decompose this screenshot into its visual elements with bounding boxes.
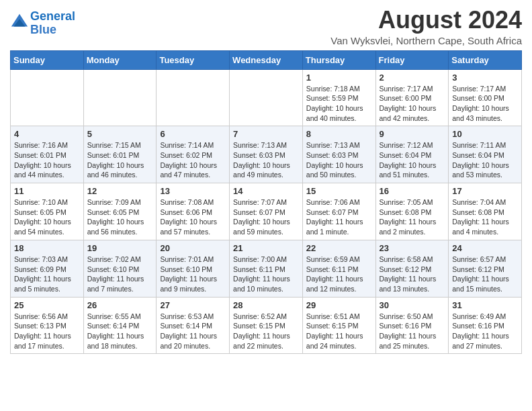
calendar-cell xyxy=(230,69,303,126)
calendar-cell xyxy=(157,69,230,126)
day-info: Sunrise: 7:08 AMSunset: 6:06 PMDaylight:… xyxy=(160,197,226,237)
day-number: 7 xyxy=(233,129,299,139)
day-number: 27 xyxy=(160,300,226,310)
calendar-cell: 31Sunrise: 6:49 AMSunset: 6:16 PMDayligh… xyxy=(449,297,522,354)
day-number: 14 xyxy=(233,186,299,196)
day-number: 21 xyxy=(233,243,299,253)
calendar-cell: 15Sunrise: 7:06 AMSunset: 6:07 PMDayligh… xyxy=(302,183,375,240)
day-info: Sunrise: 7:11 AMSunset: 6:04 PMDaylight:… xyxy=(452,140,518,180)
weekday-header-saturday: Saturday xyxy=(449,50,522,69)
day-info: Sunrise: 7:00 AMSunset: 6:11 PMDaylight:… xyxy=(233,255,299,294)
day-number: 23 xyxy=(380,243,445,253)
weekday-header-tuesday: Tuesday xyxy=(157,50,230,69)
day-info: Sunrise: 7:16 AMSunset: 6:01 PMDaylight:… xyxy=(14,140,80,180)
weekday-header-monday: Monday xyxy=(83,50,157,69)
day-number: 24 xyxy=(452,243,518,253)
calendar-cell: 24Sunrise: 6:57 AMSunset: 6:12 PMDayligh… xyxy=(449,240,522,297)
day-info: Sunrise: 6:50 AMSunset: 6:16 PMDaylight:… xyxy=(380,312,445,351)
calendar-cell: 29Sunrise: 6:51 AMSunset: 6:15 PMDayligh… xyxy=(302,297,375,354)
calendar-cell: 26Sunrise: 6:55 AMSunset: 6:14 PMDayligh… xyxy=(83,297,157,354)
weekday-header-sunday: Sunday xyxy=(11,50,84,69)
calendar-cell: 20Sunrise: 7:01 AMSunset: 6:10 PMDayligh… xyxy=(157,240,230,297)
calendar-cell: 3Sunrise: 7:17 AMSunset: 6:00 PMDaylight… xyxy=(449,69,522,126)
day-info: Sunrise: 7:06 AMSunset: 6:07 PMDaylight:… xyxy=(306,197,372,237)
day-number: 13 xyxy=(160,186,226,196)
day-number: 2 xyxy=(380,73,445,83)
page-header: General Blue August 2024 Van Wyksvlei, N… xyxy=(10,7,522,46)
calendar-cell xyxy=(11,69,84,126)
calendar-cell: 1Sunrise: 7:18 AMSunset: 5:59 PMDaylight… xyxy=(302,69,375,126)
day-info: Sunrise: 6:59 AMSunset: 6:11 PMDaylight:… xyxy=(306,255,372,294)
day-number: 25 xyxy=(14,300,80,310)
day-number: 20 xyxy=(160,243,226,253)
day-info: Sunrise: 6:58 AMSunset: 6:12 PMDaylight:… xyxy=(380,255,445,294)
logo: General Blue xyxy=(10,10,75,37)
calendar-cell: 19Sunrise: 7:02 AMSunset: 6:10 PMDayligh… xyxy=(83,240,157,297)
day-info: Sunrise: 6:57 AMSunset: 6:12 PMDaylight:… xyxy=(452,255,518,294)
day-info: Sunrise: 6:51 AMSunset: 6:15 PMDaylight:… xyxy=(306,312,372,351)
day-number: 31 xyxy=(452,300,518,310)
location: Van Wyksvlei, Northern Cape, South Afric… xyxy=(330,35,522,46)
day-number: 30 xyxy=(380,300,445,310)
weekday-header-friday: Friday xyxy=(375,50,449,69)
weekday-header-thursday: Thursday xyxy=(302,50,375,69)
day-number: 6 xyxy=(160,129,226,139)
day-info: Sunrise: 7:07 AMSunset: 6:07 PMDaylight:… xyxy=(233,197,299,237)
calendar-cell: 23Sunrise: 6:58 AMSunset: 6:12 PMDayligh… xyxy=(375,240,449,297)
calendar-cell xyxy=(83,69,157,126)
logo-icon xyxy=(10,13,29,32)
day-number: 11 xyxy=(14,186,80,196)
day-info: Sunrise: 7:15 AMSunset: 6:01 PMDaylight:… xyxy=(87,140,153,180)
day-number: 3 xyxy=(452,73,518,83)
day-number: 19 xyxy=(87,243,153,253)
month-year: August 2024 xyxy=(330,7,522,34)
calendar-cell: 7Sunrise: 7:13 AMSunset: 6:03 PMDaylight… xyxy=(230,126,303,183)
day-number: 26 xyxy=(87,300,153,310)
calendar-cell: 12Sunrise: 7:09 AMSunset: 6:05 PMDayligh… xyxy=(83,183,157,240)
day-number: 5 xyxy=(87,129,153,139)
calendar-cell: 4Sunrise: 7:16 AMSunset: 6:01 PMDaylight… xyxy=(11,126,84,183)
day-info: Sunrise: 7:17 AMSunset: 6:00 PMDaylight:… xyxy=(380,84,445,124)
day-info: Sunrise: 6:53 AMSunset: 6:14 PMDaylight:… xyxy=(160,312,226,351)
weekday-header-wednesday: Wednesday xyxy=(230,50,303,69)
day-info: Sunrise: 7:03 AMSunset: 6:09 PMDaylight:… xyxy=(14,255,80,294)
day-number: 18 xyxy=(14,243,80,253)
logo-text: General Blue xyxy=(30,10,75,37)
day-info: Sunrise: 7:10 AMSunset: 6:05 PMDaylight:… xyxy=(14,197,80,237)
calendar-cell: 25Sunrise: 6:56 AMSunset: 6:13 PMDayligh… xyxy=(11,297,84,354)
day-number: 10 xyxy=(452,129,518,139)
calendar-cell: 9Sunrise: 7:12 AMSunset: 6:04 PMDaylight… xyxy=(375,126,449,183)
day-info: Sunrise: 7:18 AMSunset: 5:59 PMDaylight:… xyxy=(306,84,372,124)
calendar-cell: 11Sunrise: 7:10 AMSunset: 6:05 PMDayligh… xyxy=(11,183,84,240)
day-info: Sunrise: 6:49 AMSunset: 6:16 PMDaylight:… xyxy=(452,312,518,351)
day-info: Sunrise: 6:55 AMSunset: 6:14 PMDaylight:… xyxy=(87,312,153,351)
calendar-cell: 17Sunrise: 7:04 AMSunset: 6:08 PMDayligh… xyxy=(449,183,522,240)
calendar-cell: 27Sunrise: 6:53 AMSunset: 6:14 PMDayligh… xyxy=(157,297,230,354)
calendar-cell: 6Sunrise: 7:14 AMSunset: 6:02 PMDaylight… xyxy=(157,126,230,183)
day-info: Sunrise: 7:04 AMSunset: 6:08 PMDaylight:… xyxy=(452,197,518,237)
calendar-cell: 21Sunrise: 7:00 AMSunset: 6:11 PMDayligh… xyxy=(230,240,303,297)
day-info: Sunrise: 7:05 AMSunset: 6:08 PMDaylight:… xyxy=(380,197,445,237)
calendar-cell: 18Sunrise: 7:03 AMSunset: 6:09 PMDayligh… xyxy=(11,240,84,297)
calendar-cell: 14Sunrise: 7:07 AMSunset: 6:07 PMDayligh… xyxy=(230,183,303,240)
day-info: Sunrise: 6:56 AMSunset: 6:13 PMDaylight:… xyxy=(14,312,80,351)
day-info: Sunrise: 7:09 AMSunset: 6:05 PMDaylight:… xyxy=(87,197,153,237)
calendar-table: SundayMondayTuesdayWednesdayThursdayFrid… xyxy=(10,50,522,355)
calendar-cell: 8Sunrise: 7:13 AMSunset: 6:03 PMDaylight… xyxy=(302,126,375,183)
day-number: 1 xyxy=(306,73,372,83)
day-info: Sunrise: 7:17 AMSunset: 6:00 PMDaylight:… xyxy=(452,84,518,124)
day-info: Sunrise: 7:13 AMSunset: 6:03 PMDaylight:… xyxy=(233,140,299,180)
day-number: 22 xyxy=(306,243,372,253)
day-info: Sunrise: 7:14 AMSunset: 6:02 PMDaylight:… xyxy=(160,140,226,180)
day-number: 17 xyxy=(452,186,518,196)
day-info: Sunrise: 7:02 AMSunset: 6:10 PMDaylight:… xyxy=(87,255,153,294)
calendar-cell: 16Sunrise: 7:05 AMSunset: 6:08 PMDayligh… xyxy=(375,183,449,240)
day-number: 8 xyxy=(306,129,372,139)
calendar-cell: 10Sunrise: 7:11 AMSunset: 6:04 PMDayligh… xyxy=(449,126,522,183)
day-number: 15 xyxy=(306,186,372,196)
day-number: 16 xyxy=(380,186,445,196)
day-number: 4 xyxy=(14,129,80,139)
day-info: Sunrise: 7:13 AMSunset: 6:03 PMDaylight:… xyxy=(306,140,372,180)
calendar-cell: 2Sunrise: 7:17 AMSunset: 6:00 PMDaylight… xyxy=(375,69,449,126)
day-info: Sunrise: 7:01 AMSunset: 6:10 PMDaylight:… xyxy=(160,255,226,294)
